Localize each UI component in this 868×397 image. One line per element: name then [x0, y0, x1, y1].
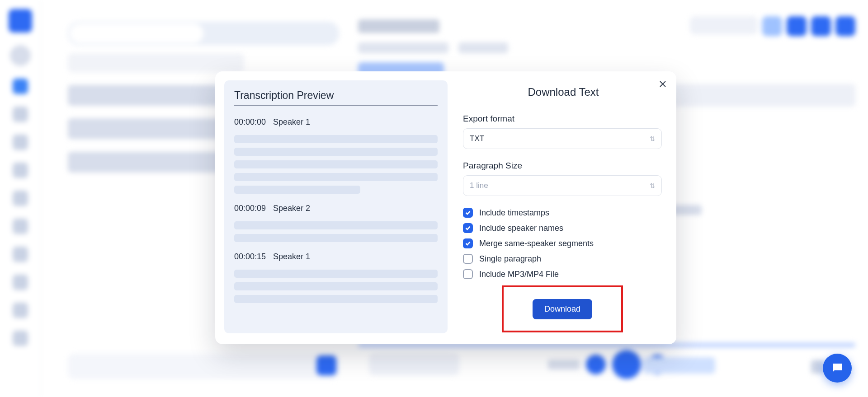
meta-date [358, 42, 448, 53]
skeleton-line [234, 270, 438, 278]
export-format-value: TXT [470, 134, 484, 143]
file-chip [68, 53, 244, 72]
segment-timestamp: 00:00:00 [234, 117, 266, 127]
skeleton-line [234, 148, 438, 156]
nav-icon [13, 107, 28, 122]
export-format-label: Export format [463, 114, 664, 124]
app-logo-icon [9, 9, 32, 33]
skeleton-line [234, 186, 360, 194]
nav-icon [13, 163, 28, 178]
skeleton-line [234, 295, 438, 303]
paragraph-size-value: 1 line [470, 181, 488, 190]
checkbox-label: Merge same-speaker segments [479, 239, 594, 248]
modal-title: Download Text [463, 86, 664, 98]
skeleton-line [234, 135, 438, 143]
chevron-updown-icon: ⇅ [650, 182, 655, 189]
chevron-updown-icon: ⇅ [650, 135, 655, 142]
tab-ai-chat [70, 23, 203, 43]
checkbox-icon [463, 254, 473, 264]
toolbar-icon [787, 16, 807, 36]
segment-speaker: Speaker 1 [273, 252, 310, 262]
nav-icon [13, 191, 28, 206]
include-media-checkbox[interactable]: Include MP3/MP4 File [463, 269, 664, 279]
current-time [548, 360, 580, 369]
single-paragraph-checkbox[interactable]: Single paragraph [463, 254, 664, 264]
segment-speaker: Speaker 1 [273, 117, 310, 127]
nav-icon [13, 331, 28, 346]
paragraph-size-select[interactable]: 1 line ⇅ [463, 175, 662, 196]
skeleton-line [234, 234, 438, 242]
close-button[interactable] [656, 78, 669, 90]
download-text-modal: Transcription Preview 00:00:00 Speaker 1… [215, 71, 676, 344]
checkbox-icon [463, 269, 473, 279]
export-format-select[interactable]: TXT ⇅ [463, 128, 662, 149]
toolbar-icon [762, 16, 782, 36]
preview-title: Transcription Preview [234, 89, 438, 106]
skeleton-line [234, 160, 438, 168]
checkbox-icon [463, 223, 473, 233]
include-speaker-names-checkbox[interactable]: Include speaker names [463, 223, 664, 233]
transcription-preview-pane: Transcription Preview 00:00:00 Speaker 1… [224, 80, 448, 333]
include-timestamps-checkbox[interactable]: Include timestamps [463, 208, 664, 218]
segment-timestamp: 00:00:15 [234, 252, 266, 262]
nav-icon [13, 275, 28, 290]
forward-icon [647, 355, 667, 374]
toolbar-icon [811, 16, 831, 36]
merge-segments-checkbox[interactable]: Merge same-speaker segments [463, 238, 664, 248]
tab-notes [203, 23, 337, 43]
nav-icon [13, 303, 28, 318]
page-title [358, 19, 439, 33]
avatar [10, 45, 31, 66]
skeleton-line [234, 173, 438, 181]
add-comment-button [369, 354, 459, 375]
chat-icon [830, 361, 844, 375]
nav-icon [13, 79, 28, 94]
rewind-icon [586, 355, 606, 374]
checkbox-label: Single paragraph [479, 254, 541, 264]
send-icon [316, 355, 336, 375]
segment-speaker: Speaker 2 [273, 204, 310, 213]
toolbar-icon [835, 16, 855, 36]
chat-fab[interactable] [823, 354, 852, 383]
download-button[interactable]: Download [533, 299, 592, 319]
speaker-pill [643, 357, 715, 374]
checkbox-icon [463, 208, 473, 218]
play-icon [612, 350, 641, 379]
tabs [68, 22, 339, 45]
preview-segment: 00:00:00 Speaker 1 [234, 117, 438, 194]
nav-icon [13, 219, 28, 234]
checkbox-label: Include MP3/MP4 File [479, 270, 559, 279]
skeleton-line [234, 282, 438, 290]
download-form-pane: Download Text Export format TXT ⇅ Paragr… [448, 71, 676, 337]
nav-icon [13, 135, 28, 150]
nav-icon [13, 247, 28, 262]
skeleton-line [234, 221, 438, 229]
paragraph-size-label: Paragraph Size [463, 161, 664, 171]
meta-duration [458, 42, 508, 53]
close-icon [659, 80, 666, 88]
chat-input [68, 354, 339, 379]
preview-segment: 00:00:15 Speaker 1 [234, 252, 438, 303]
checkbox-label: Include timestamps [479, 208, 549, 218]
checkbox-label: Include speaker names [479, 224, 563, 233]
highlight-annotation: Download [502, 285, 623, 332]
edit-as-note-button [690, 16, 758, 34]
preview-segment: 00:00:09 Speaker 2 [234, 204, 438, 242]
segment-timestamp: 00:00:09 [234, 204, 266, 213]
checkbox-icon [463, 238, 473, 248]
